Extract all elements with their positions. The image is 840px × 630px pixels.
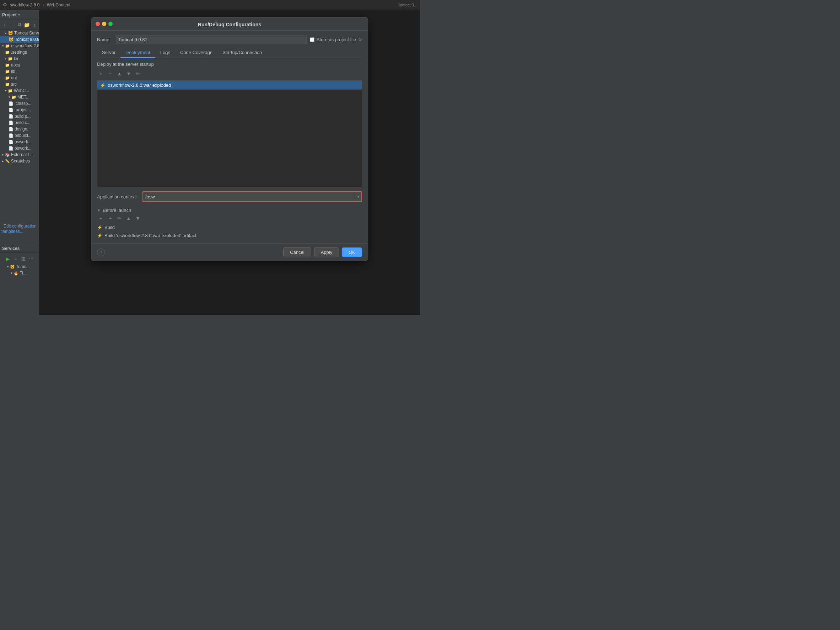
tree-external-lib[interactable]: ▸ 📚 External L... (0, 152, 39, 158)
file-icon: 📄 (8, 146, 14, 151)
file-icon: 📄 (8, 120, 14, 125)
window-close-btn[interactable] (96, 22, 100, 26)
deploy-add-btn[interactable]: + (97, 70, 105, 78)
tree-arrow: ▾ (7, 265, 9, 268)
launch-add-btn[interactable]: + (97, 214, 105, 222)
folder-icon: 📁 (5, 50, 10, 55)
window-minimize-btn[interactable] (102, 22, 106, 26)
tree-bin[interactable]: ▸ 📁 bin (0, 55, 39, 62)
app-context-input[interactable] (143, 192, 355, 201)
toolbar-copy-btn[interactable]: ⧉ (16, 21, 23, 29)
store-project-check: Store as project file ⚙ (310, 37, 362, 42)
launch-down-btn[interactable]: ▼ (134, 214, 142, 222)
tree-docs[interactable]: 📁 docs (0, 62, 39, 68)
launch-up-btn[interactable]: ▲ (125, 214, 133, 222)
toolbar-add-btn[interactable]: + (2, 21, 8, 29)
tree-item-label: build.x... (14, 120, 30, 125)
before-launch-header[interactable]: ▼ Before launch (97, 207, 362, 213)
tree-buildp[interactable]: 📄 build.p... (0, 113, 39, 119)
tree-settings[interactable]: 📁 .settings (0, 49, 39, 55)
edit-config-link[interactable]: Edit configuration templates... (2, 223, 36, 235)
tab-startup-connection[interactable]: Startup/Connection (218, 47, 267, 58)
launch-item-0: ⚡ Build (97, 224, 362, 231)
tree-out[interactable]: 📁 out (0, 74, 39, 81)
ok-button[interactable]: OK (342, 247, 362, 257)
dialog-body: Name: Store as project file ⚙ Server Dep… (91, 30, 368, 244)
deploy-up-btn[interactable]: ▲ (115, 70, 123, 78)
launch-remove-btn[interactable]: − (106, 214, 114, 222)
folder-icon: 📁 (5, 44, 10, 48)
app-context-dropdown-btn[interactable]: ▾ (355, 192, 362, 201)
deploy-down-btn[interactable]: ▼ (125, 70, 133, 78)
store-project-checkbox[interactable] (310, 37, 314, 42)
tree-item-label: .classp... (14, 101, 31, 106)
tree-item-osworkflow[interactable]: ▾ 📁 osworkflow-2.8.0 (0, 43, 39, 49)
footer-left: ? (97, 249, 105, 256)
launch-edit-btn[interactable]: ✏ (115, 214, 123, 222)
tree-webcontent[interactable]: ▾ 📁 WebC... (0, 87, 39, 94)
name-input[interactable] (116, 35, 307, 44)
scratches-icon: ✏️ (5, 159, 10, 163)
tree-item-label: design... (14, 127, 30, 131)
tree-arrow: ▸ (2, 159, 4, 163)
help-button[interactable]: ? (97, 249, 105, 256)
services-list-btn[interactable]: ≡ (12, 255, 19, 263)
tree-item-label: bin (14, 56, 19, 61)
tree-item-label: osworkflow-2.8.0 (11, 43, 39, 48)
toolbar-folder-btn[interactable]: 📁 (24, 21, 30, 29)
tab-code-coverage[interactable]: Code Coverage (175, 47, 218, 58)
tab-server[interactable]: Server (97, 47, 120, 58)
tree-tomcat-server-group[interactable]: ▸ 🐱 Tomcat Server (0, 30, 39, 36)
deploy-remove-btn[interactable]: − (106, 70, 114, 78)
services-fire-item[interactable]: ▾ 🔥 Fi... (2, 270, 36, 276)
tree-design[interactable]: 📄 design... (0, 126, 39, 132)
tree-oswork1[interactable]: 📄 oswork... (0, 139, 39, 145)
artifact-row-0[interactable]: ⚡ osworkflow-2.8.0:war exploded (97, 81, 362, 90)
window-maximize-btn[interactable] (108, 22, 113, 26)
tab-logs[interactable]: Logs (155, 47, 175, 58)
tree-item-label: docs (11, 63, 20, 68)
footer-right: Cancel Apply OK (283, 247, 362, 257)
panel-toolbar: + − ⧉ 📁 ↕ (0, 20, 39, 30)
panel-dropdown-icon[interactable]: ▾ (18, 13, 20, 17)
tree-scratches[interactable]: ▸ ✏️ Scratches (0, 158, 39, 164)
toolbar-sort-btn[interactable]: ↕ (31, 21, 38, 29)
cancel-button[interactable]: Cancel (283, 247, 311, 257)
deploy-edit-btn[interactable]: ✏ (134, 70, 142, 78)
help-icon: ? (100, 250, 102, 255)
apply-button[interactable]: Apply (314, 247, 339, 257)
services-tomcat-group[interactable]: ▾ 🐱 Tomc... (2, 263, 36, 270)
artifact-icon: ⚡ (100, 83, 106, 88)
tab-deployment[interactable]: Deployment (120, 47, 155, 58)
tree-buildx[interactable]: 📄 build.x... (0, 119, 39, 126)
tree-lib[interactable]: 📁 lib (0, 68, 39, 74)
tree-osbuild[interactable]: 📄 osbuild... (0, 132, 39, 139)
before-launch-label: Before launch (103, 207, 131, 213)
app-title: sworkflow-2.8.0 (10, 3, 39, 8)
launch-item-text-1: Build 'osworkflow-2.8.0:war exploded' ar… (104, 233, 196, 238)
toolbar-remove-btn[interactable]: − (9, 21, 16, 29)
services-more-btn[interactable]: ⋯ (28, 255, 35, 263)
tree-item-label: lib (11, 69, 15, 74)
tree-src[interactable]: 📁 src (0, 81, 39, 87)
services-play-btn[interactable]: ▶ (4, 255, 11, 263)
breadcrumb-separator: › (42, 2, 44, 8)
services-list2-btn[interactable]: ⊞ (20, 255, 27, 263)
tree-classpath[interactable]: 📄 .classp... (0, 100, 39, 107)
gear-icon[interactable]: ⚙ (358, 37, 362, 42)
tree-arrow: ▸ (5, 57, 7, 60)
panel-header-label: Project (2, 13, 17, 17)
launch-item-text-0: Build (104, 225, 115, 230)
tree-item-label: osbuild... (14, 133, 32, 138)
triangle-icon: ▼ (97, 208, 101, 212)
tree-oswork2[interactable]: 📄 oswork... (0, 145, 39, 152)
deploy-section: Deploy at the server startup + − ▲ ▼ ✏ ⚡… (97, 62, 362, 204)
tree-meta[interactable]: ▾ 📁 MET... (0, 94, 39, 100)
folder-icon: 📁 (5, 82, 10, 87)
tree-project[interactable]: 📄 .projec... (0, 107, 39, 113)
tree-item-label: WebC... (14, 88, 29, 93)
tree-item-label: .settings (11, 50, 27, 55)
folder-icon: 📁 (5, 63, 10, 68)
tree-tomcat-item[interactable]: 🐱 Tomcat 9.0.81 (0, 36, 39, 43)
tomcat-item-label: Tomcat 9.0.81 (15, 37, 39, 42)
